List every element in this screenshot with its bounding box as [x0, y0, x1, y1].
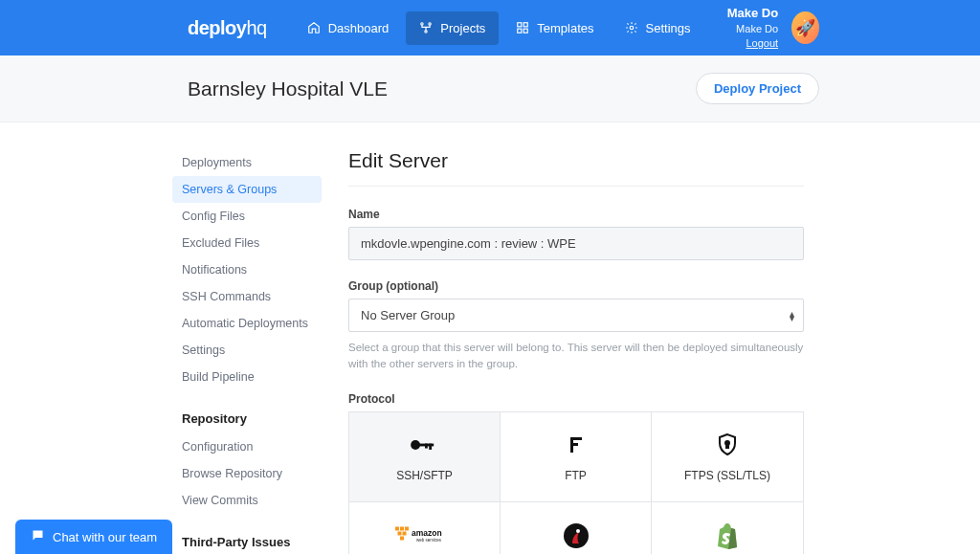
projects-icon	[419, 21, 433, 34]
avatar[interactable]: 🚀	[791, 11, 819, 44]
sidebar-item-view-commits[interactable]: View Commits	[172, 487, 322, 514]
shield-lock-icon	[716, 431, 739, 459]
gear-icon	[625, 21, 638, 34]
svg-text:amazon: amazon	[412, 527, 442, 537]
sidebar: Deployments Servers & Groups Config File…	[172, 149, 322, 554]
sidebar-item-deployments[interactable]: Deployments	[172, 149, 322, 176]
svg-rect-21	[402, 531, 406, 535]
sidebar-item-excluded-files[interactable]: Excluded Files	[172, 230, 322, 256]
rackspace-icon	[563, 521, 590, 550]
svg-rect-18	[400, 526, 404, 530]
user-account: Make Do	[736, 23, 778, 34]
svg-point-8	[411, 440, 420, 450]
svg-point-26	[576, 529, 580, 533]
svg-point-1	[429, 23, 431, 25]
sidebar-item-auto-deploy[interactable]: Automatic Deployments	[172, 310, 322, 337]
protocol-label: Protocol	[348, 392, 804, 406]
nav-templates[interactable]: Templates	[502, 11, 607, 45]
top-navigation: deployhq Dashboard Projects Templates Se	[0, 0, 980, 55]
svg-point-7	[630, 26, 634, 30]
nav-projects-label: Projects	[440, 21, 485, 35]
protocol-grid: SSH/SFTP FTP FTPS (SSL/TLS) am	[348, 411, 804, 555]
protocol-rackspace[interactable]: Rackspace Cloud Files	[501, 502, 652, 555]
sidebar-item-servers[interactable]: Servers & Groups	[172, 176, 322, 203]
svg-rect-22	[400, 536, 404, 540]
project-header: Barnsley Hospital VLE Deploy Project	[0, 55, 980, 122]
sidebar-item-settings[interactable]: Settings	[172, 337, 322, 364]
page-title: Edit Server	[348, 149, 804, 187]
rocket-icon: 🚀	[795, 18, 815, 38]
deploy-project-button[interactable]: Deploy Project	[696, 73, 819, 104]
svg-rect-3	[518, 23, 522, 27]
svg-point-0	[421, 23, 423, 25]
templates-icon	[516, 21, 529, 34]
project-title: Barnsley Hospital VLE	[188, 78, 388, 100]
chat-icon	[31, 528, 45, 545]
name-label: Name	[348, 208, 804, 221]
sidebar-item-configuration[interactable]: Configuration	[172, 433, 322, 460]
group-help-text: Select a group that this server will bel…	[348, 340, 804, 373]
logout-link[interactable]: Logout	[746, 37, 778, 49]
key-icon	[409, 431, 441, 459]
protocol-ssh[interactable]: SSH/SFTP	[349, 412, 501, 502]
nav-dashboard[interactable]: Dashboard	[294, 11, 403, 45]
logo[interactable]: deployhq	[188, 17, 267, 39]
nav-settings-label: Settings	[646, 21, 691, 35]
protocol-ftp-label: FTP	[565, 469, 587, 482]
logo-text: deploy	[188, 17, 246, 38]
group-label: Group (optional)	[348, 279, 804, 293]
name-input[interactable]	[348, 227, 804, 260]
protocol-s3[interactable]: amazonweb services Amazon S3	[349, 502, 501, 555]
sidebar-item-config-files[interactable]: Config Files	[172, 203, 322, 230]
svg-rect-20	[397, 531, 401, 535]
home-icon	[307, 21, 321, 34]
nav-dashboard-label: Dashboard	[328, 21, 390, 35]
protocol-shopify[interactable]: Shopify	[652, 502, 803, 555]
user-area: Make Do Make Do Logout 🚀	[708, 5, 819, 52]
sidebar-heading-repository: Repository	[182, 411, 322, 426]
protocol-ftp[interactable]: FTP	[501, 412, 652, 502]
aws-icon: amazonweb services	[391, 521, 458, 550]
select-caret-icon: ▴▾	[790, 311, 794, 321]
protocol-ftps[interactable]: FTPS (SSL/TLS)	[652, 412, 803, 502]
protocol-ssh-label: SSH/SFTP	[396, 469, 453, 482]
svg-rect-14	[570, 437, 573, 453]
sidebar-item-ssh-commands[interactable]: SSH Commands	[172, 283, 322, 310]
sidebar-item-build-pipeline[interactable]: Build Pipeline	[172, 364, 322, 390]
user-org: Make Do	[708, 5, 779, 22]
sidebar-heading-third-party: Third-Party Issues	[182, 535, 322, 549]
svg-rect-17	[395, 526, 399, 530]
svg-rect-6	[523, 29, 527, 33]
svg-text:web services: web services	[416, 538, 442, 543]
nav-settings[interactable]: Settings	[612, 11, 704, 45]
chat-widget[interactable]: Chat with our team	[15, 520, 172, 554]
nav-templates-label: Templates	[537, 21, 593, 35]
protocol-ftps-label: FTPS (SSL/TLS)	[684, 469, 770, 482]
svg-rect-16	[726, 444, 728, 448]
sidebar-item-notifications[interactable]: Notifications	[172, 256, 322, 283]
group-select-value: No Server Group	[348, 299, 804, 332]
logo-suffix: hq	[246, 17, 266, 38]
svg-rect-5	[518, 29, 522, 33]
sidebar-item-browse-repo[interactable]: Browse Repository	[172, 460, 322, 487]
svg-rect-11	[425, 444, 428, 449]
chat-label: Chat with our team	[53, 530, 157, 544]
shopify-icon	[715, 521, 740, 550]
ftp-icon	[565, 431, 588, 459]
svg-rect-19	[405, 526, 409, 530]
main-content: Edit Server Name Group (optional) No Ser…	[348, 149, 804, 554]
nav-projects[interactable]: Projects	[406, 11, 499, 45]
svg-rect-4	[523, 23, 527, 27]
svg-rect-10	[429, 444, 432, 450]
group-select[interactable]: No Server Group ▴▾	[348, 299, 804, 332]
svg-point-2	[425, 31, 427, 33]
